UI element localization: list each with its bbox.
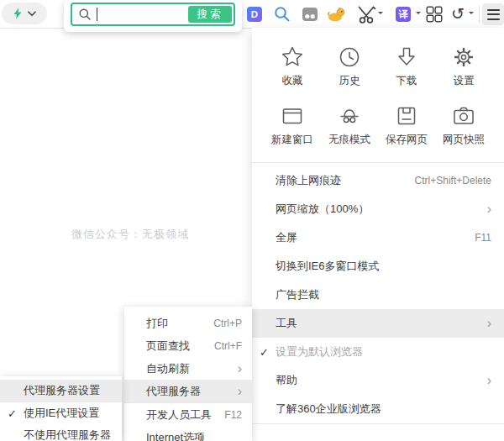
undo-icon: ↺ <box>451 6 465 22</box>
undo-button[interactable]: ↺ <box>447 3 469 25</box>
mascot-icon <box>328 6 346 23</box>
menu-item-list: 清除上网痕迹 Ctrl+Shift+Delete 网页缩放（100%） 全屏 F… <box>252 163 504 423</box>
menu-incognito[interactable]: 无痕模式 <box>321 103 378 162</box>
menu-item-ad-block[interactable]: 广告拦截 <box>252 281 504 309</box>
menu-divider <box>252 423 504 424</box>
tools-item-auto-refresh[interactable]: 自动刷新 <box>124 357 252 380</box>
incognito-icon <box>337 103 362 129</box>
text-cursor <box>97 8 97 21</box>
chevron-right-icon <box>238 385 242 398</box>
checkmark-icon <box>8 407 17 420</box>
translate-icon: 译 <box>396 7 411 22</box>
menu-favorites[interactable]: 收藏 <box>264 45 321 103</box>
menu-history[interactable]: 历史 <box>321 45 378 103</box>
toolbar-separator <box>479 6 480 23</box>
apps-grid-icon <box>424 4 444 24</box>
menu-save-page-label: 保存网页 <box>386 133 428 147</box>
tools-submenu-panel: 打印 Ctrl+P 页面查找 Ctrl+F 自动刷新 代理服务器 开发人员工具 … <box>124 307 252 441</box>
gear-icon <box>451 45 476 70</box>
tools-item-devtools[interactable]: 开发人员工具 F12 <box>124 403 252 426</box>
menu-item-tools[interactable]: 工具 <box>252 309 504 338</box>
menu-item-ie6-mode[interactable]: 切换到IE6多窗口模式 <box>252 252 504 281</box>
menu-item-help[interactable]: 帮助 <box>252 366 504 395</box>
menu-item-default-browser[interactable]: 设置为默认浏览器 <box>252 338 504 366</box>
undo-dropdown-caret[interactable] <box>469 12 474 17</box>
scissors-icon <box>357 4 377 24</box>
chevron-right-icon <box>238 362 242 375</box>
chevron-right-icon <box>487 202 491 216</box>
app-box-icon <box>302 7 318 22</box>
proxy-item-use-ie[interactable]: 使用IE代理设置 <box>0 402 122 424</box>
menu-snapshot-label: 网页快照 <box>443 133 485 147</box>
search-popup: 搜索 <box>64 0 242 32</box>
lightning-icon <box>13 8 23 19</box>
menu-item-clear-traces[interactable]: 清除上网痕迹 Ctrl+Shift+Delete <box>252 166 504 195</box>
menu-item-fullscreen[interactable]: 全屏 F11 <box>252 223 504 252</box>
main-menu-panel: 收藏 历史 下载 <box>252 28 504 441</box>
chevron-down-icon <box>28 11 36 17</box>
tools-item-proxy-server[interactable]: 代理服务器 <box>124 380 252 402</box>
menu-settings-label: 设置 <box>454 74 475 88</box>
proxy-submenu-panel: 代理服务器设置 使用IE代理设置 不使用代理服务器 <box>0 376 122 441</box>
menu-quick-grid: 收藏 历史 下载 <box>252 28 504 162</box>
download-icon <box>394 45 419 70</box>
menu-snapshot[interactable]: 网页快照 <box>435 103 492 162</box>
main-menu-button[interactable] <box>482 3 504 25</box>
tools-item-internet-options[interactable]: Internet选项 <box>124 426 252 441</box>
mascot-button[interactable] <box>326 3 348 25</box>
page-search-button[interactable] <box>271 3 293 25</box>
menu-downloads[interactable]: 下载 <box>378 45 435 103</box>
chevron-right-icon <box>487 317 491 330</box>
app-box-button[interactable] <box>299 3 321 25</box>
menu-downloads-label: 下载 <box>396 74 417 88</box>
menu-item-zoom[interactable]: 网页缩放（100%） <box>252 195 504 223</box>
menu-item-about-360[interactable]: 了解360企业版浏览器 <box>252 395 504 423</box>
checkmark-icon <box>260 346 269 359</box>
screenshot-dropdown-caret[interactable] <box>378 12 383 17</box>
clock-icon <box>337 45 362 70</box>
window-icon <box>280 103 305 129</box>
menu-new-window-label: 新建窗口 <box>271 133 313 147</box>
magnifier-icon <box>78 8 92 21</box>
tools-item-find[interactable]: 页面查找 Ctrl+F <box>124 334 252 357</box>
menu-incognito-label: 无痕模式 <box>328 133 370 147</box>
apps-grid-button[interactable] <box>423 3 445 25</box>
tools-item-print[interactable]: 打印 Ctrl+P <box>124 312 252 334</box>
chevron-right-icon <box>487 374 491 387</box>
proxy-item-no-proxy[interactable]: 不使用代理服务器 <box>0 424 122 441</box>
menu-history-label: 历史 <box>339 74 360 88</box>
search-submit-button[interactable]: 搜索 <box>188 6 232 23</box>
player-button[interactable]: D <box>244 3 265 25</box>
menu-new-window[interactable]: 新建窗口 <box>264 103 321 162</box>
translate-dropdown-caret[interactable] <box>416 12 421 17</box>
player-icon: D <box>247 7 262 22</box>
menu-save-page[interactable]: 保存网页 <box>378 103 435 162</box>
camera-icon <box>451 103 476 129</box>
page-watermark: 微信公众号：无极领域 <box>71 227 189 242</box>
menu-favorites-label: 收藏 <box>282 74 303 88</box>
translate-button[interactable]: 译 <box>392 3 414 25</box>
browser-window: 微信公众号：无极领域 D <box>0 0 504 441</box>
search-input[interactable]: 搜索 <box>71 3 235 26</box>
star-icon <box>280 45 305 70</box>
search-icon <box>273 5 291 24</box>
save-icon <box>394 103 419 129</box>
screenshot-button[interactable] <box>356 3 378 25</box>
proxy-item-settings[interactable]: 代理服务器设置 <box>0 380 122 402</box>
quick-access-button[interactable] <box>2 3 47 24</box>
menu-settings[interactable]: 设置 <box>435 45 492 103</box>
